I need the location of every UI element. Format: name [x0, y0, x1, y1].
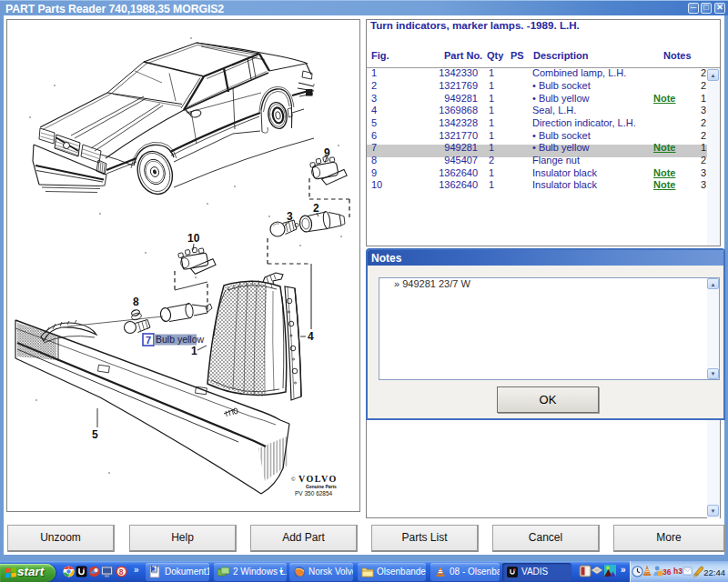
svg-text:©: © — [291, 477, 296, 482]
svg-text:3: 3 — [287, 210, 293, 223]
svg-text:8: 8 — [133, 296, 139, 308]
svg-text:4: 4 — [308, 330, 314, 343]
svg-text:8: 8 — [119, 567, 124, 577]
svg-text:5: 5 — [92, 428, 98, 441]
svg-text:Genuine Parts: Genuine Parts — [306, 484, 337, 489]
svg-text:9: 9 — [324, 146, 330, 159]
svg-text:10: 10 — [187, 232, 200, 245]
svg-text:2: 2 — [313, 202, 319, 215]
svg-text:Bulb yellow: Bulb yellow — [156, 334, 205, 345]
svg-text:VOLVO: VOLVO — [298, 474, 338, 484]
svg-text:PV 350 62854: PV 350 62854 — [295, 490, 333, 497]
svg-text:1: 1 — [191, 345, 197, 357]
svg-text:7: 7 — [146, 335, 151, 346]
